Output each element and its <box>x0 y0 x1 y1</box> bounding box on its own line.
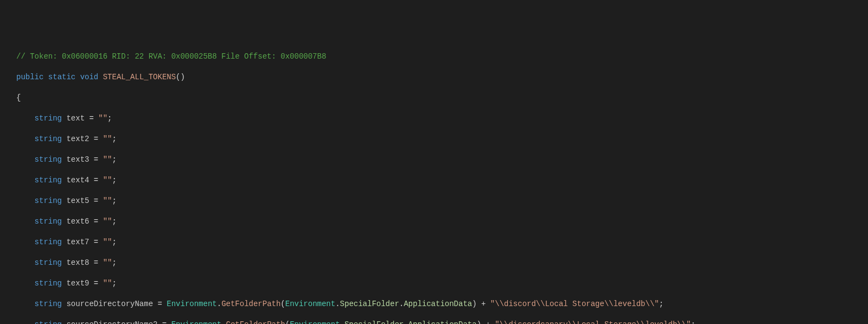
paren-open: ( <box>176 73 180 81</box>
code-line: // Token: 0x06000016 RID: 22 RVA: 0x0000… <box>0 52 868 62</box>
code-line: string text4 = ""; <box>0 175 868 186</box>
code-line: string text = ""; <box>0 113 868 124</box>
code-line: string sourceDirectoryName = Environment… <box>0 299 868 309</box>
code-line: string text7 = ""; <box>0 237 868 247</box>
code-line: public static void STEAL_ALL_TOKENS() <box>0 72 868 82</box>
code-editor[interactable]: // Token: 0x06000016 RID: 22 RVA: 0x0000… <box>0 41 868 324</box>
method-name: STEAL_ALL_TOKENS <box>103 73 176 81</box>
paren-close: ) <box>181 73 185 81</box>
code-line: string text8 = ""; <box>0 258 868 268</box>
code-line: string text5 = ""; <box>0 196 868 206</box>
kw-static: static <box>48 73 75 81</box>
var-text: text <box>66 114 85 123</box>
code-line: string text2 = ""; <box>0 134 868 144</box>
kw-public: public <box>16 73 43 81</box>
code-line: { <box>0 93 868 103</box>
code-line: string text3 = ""; <box>0 155 868 165</box>
comment-text: // Token: 0x06000016 RID: 22 RVA: 0x0000… <box>16 52 326 61</box>
kw-string: string <box>35 114 62 123</box>
code-line: string sourceDirectoryName2 = Environmen… <box>0 320 868 324</box>
code-line: string text9 = ""; <box>0 278 868 289</box>
code-line: string text6 = ""; <box>0 217 868 227</box>
kw-void: void <box>80 73 99 81</box>
brace-open: { <box>16 93 21 102</box>
